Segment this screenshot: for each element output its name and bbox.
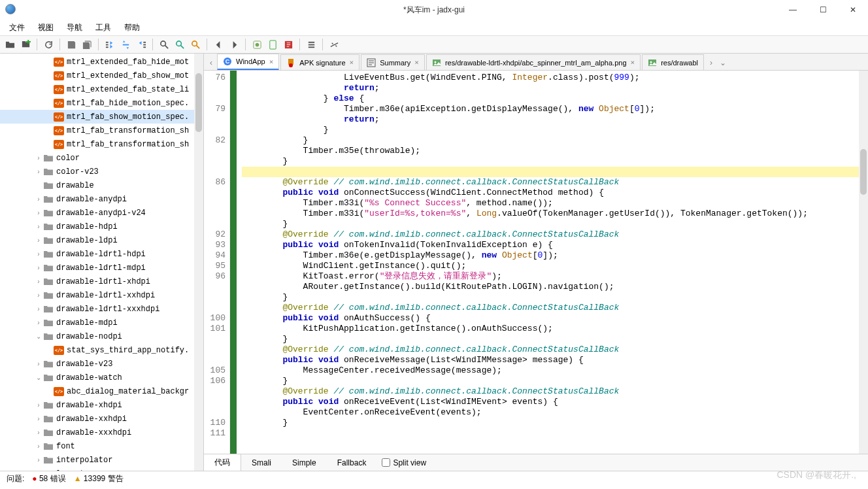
refresh-button[interactable] xyxy=(41,37,56,52)
menu-导航[interactable]: 导航 xyxy=(61,21,88,35)
tree-item[interactable]: ⌄drawable-watch xyxy=(0,371,203,384)
tree-item[interactable]: ›color xyxy=(0,151,203,165)
tree-item[interactable]: ›drawable-v23 xyxy=(0,357,203,371)
menu-button[interactable] xyxy=(304,37,318,52)
editor-tab[interactable]: res/drawable-ldrtl-xhdpi/abc_spinner_mtr… xyxy=(426,54,641,70)
editor-tab[interactable]: Summary× xyxy=(361,54,425,70)
svg-point-6 xyxy=(160,41,165,46)
tree-item[interactable]: </>abc_dialog_material_backgr xyxy=(0,384,203,398)
tree-label: drawable-anydpi xyxy=(56,195,127,204)
back-button[interactable] xyxy=(211,37,225,52)
view-tab-Simple[interactable]: Simple xyxy=(282,454,327,471)
expand-button[interactable] xyxy=(103,37,117,52)
forward-button[interactable] xyxy=(227,37,241,52)
sidebar[interactable]: </>mtrl_extended_fab_hide_mot</>mtrl_ext… xyxy=(0,54,204,471)
folder-icon xyxy=(43,332,54,341)
sync-button[interactable] xyxy=(118,37,133,52)
tree-item[interactable]: ›drawable-ldrtl-mdpi xyxy=(0,261,203,275)
tab-scroll-left[interactable]: ‹ xyxy=(205,56,217,70)
tree-item[interactable]: ›drawable-ldrtl-xhdpi xyxy=(0,275,203,288)
tab-close-icon[interactable]: × xyxy=(414,58,419,67)
save-all-button[interactable] xyxy=(80,37,94,52)
menu-视图[interactable]: 视图 xyxy=(33,21,59,35)
folder-icon xyxy=(43,401,54,410)
tree-item[interactable]: ›layout xyxy=(0,467,203,471)
class-icon: C xyxy=(223,57,232,66)
folder-icon xyxy=(43,305,54,314)
tree-item[interactable]: ›drawable-anydpi xyxy=(0,192,203,206)
tree-label: abc_dialog_material_backgr xyxy=(67,387,189,396)
search-text-button[interactable] xyxy=(188,37,203,52)
tree-item[interactable]: ›drawable-xhdpi xyxy=(0,398,203,412)
view-tab-Smali[interactable]: Smali xyxy=(241,454,282,471)
folder-icon xyxy=(43,469,54,471)
image-icon xyxy=(432,58,441,67)
warning-count[interactable]: ▲ 13399 警告 xyxy=(74,473,124,484)
tree-item[interactable]: </>mtrl_extended_fab_show_mot xyxy=(0,69,203,82)
tree-item[interactable]: ›font xyxy=(0,439,203,453)
quark-button[interactable] xyxy=(265,37,280,52)
tree-item[interactable]: ›color-v23 xyxy=(0,165,203,178)
tree-item[interactable]: </>mtrl_fab_hide_motion_spec. xyxy=(0,96,203,110)
tab-close-icon[interactable]: × xyxy=(631,58,635,67)
tab-label: APK signature xyxy=(299,59,345,67)
deobf-button[interactable] xyxy=(250,37,264,52)
code-editor[interactable]: 76 79 82 86 9293949596 100101 105106 110… xyxy=(204,71,868,454)
tree-label: color-v23 xyxy=(56,167,99,177)
tree-item[interactable]: </>mtrl_fab_transformation_sh xyxy=(0,137,203,151)
folder-icon xyxy=(43,222,54,231)
search-button[interactable] xyxy=(157,37,171,52)
view-tab-代码[interactable]: 代码 xyxy=(204,454,241,471)
tree-item[interactable]: </>mtrl_extended_fab_hide_mot xyxy=(0,55,203,69)
save-button[interactable] xyxy=(64,37,78,52)
tree-item[interactable]: </>mtrl_fab_transformation_sh xyxy=(0,124,203,137)
cert-icon xyxy=(286,58,295,67)
tree-item[interactable]: </>mtrl_extended_fab_state_li xyxy=(0,82,203,96)
tree-item[interactable]: ›drawable-hdpi xyxy=(0,220,203,233)
problems-label: 问题: xyxy=(7,473,24,484)
tree-item[interactable]: ›drawable-mdpi xyxy=(0,316,203,329)
maximize-button[interactable]: ☐ xyxy=(808,0,838,20)
menu-文件[interactable]: 文件 xyxy=(4,21,30,35)
tree-item[interactable]: ›drawable-xxhdpi xyxy=(0,412,203,426)
tab-list-button[interactable]: ⌄ xyxy=(717,56,729,70)
add-file-button[interactable] xyxy=(18,37,33,52)
tab-close-icon[interactable]: × xyxy=(269,58,274,66)
search-class-button[interactable] xyxy=(173,37,187,52)
tree-item[interactable]: ›drawable-xxxhdpi xyxy=(0,426,203,439)
editor-scrollbar[interactable] xyxy=(859,71,868,454)
tree-item[interactable]: </>mtrl_fab_show_motion_spec. xyxy=(0,110,203,124)
tree-item[interactable]: ›drawable-ldrtl-xxxhdpi xyxy=(0,302,203,316)
menu-工具[interactable]: 工具 xyxy=(90,21,116,35)
tree-label: drawable-nodpi xyxy=(56,332,122,341)
log-button[interactable] xyxy=(281,37,295,52)
editor-tab[interactable]: res/drawabl xyxy=(642,54,704,70)
view-tab-Fallback[interactable]: Fallback xyxy=(327,454,377,471)
minimize-button[interactable]: — xyxy=(778,0,808,20)
tree-item[interactable]: ›drawable-ldpi xyxy=(0,233,203,247)
collapse-button[interactable] xyxy=(134,37,148,52)
tree-item[interactable]: drawable xyxy=(0,178,203,192)
editor-tab[interactable]: CWindApp× xyxy=(217,54,279,71)
tree-item[interactable]: ⌄drawable-nodpi xyxy=(0,329,203,343)
tree-item[interactable]: ›interpolator xyxy=(0,453,203,467)
tab-close-icon[interactable]: × xyxy=(350,58,354,67)
editor-tab[interactable]: APK signature× xyxy=(280,54,359,70)
tree-label: drawable-xxhdpi xyxy=(56,414,127,424)
tree-item[interactable]: ›drawable-ldrtl-xxhdpi xyxy=(0,288,203,302)
summary-icon xyxy=(367,58,376,67)
split-view-checkbox[interactable]: Split view xyxy=(382,458,426,467)
svg-rect-11 xyxy=(269,40,275,48)
tree-item[interactable]: ›drawable-anydpi-v24 xyxy=(0,206,203,220)
close-button[interactable]: ✕ xyxy=(838,0,868,20)
sidebar-scrollbar[interactable] xyxy=(194,54,203,471)
tree-label: color xyxy=(56,154,80,163)
open-file-button[interactable] xyxy=(3,37,17,52)
tree-item[interactable]: ›drawable-ldrtl-hdpi xyxy=(0,247,203,261)
tree-item[interactable]: </>stat_sys_third_app_notify. xyxy=(0,343,203,357)
error-count[interactable]: ● 58 错误 xyxy=(32,473,65,484)
settings-button[interactable] xyxy=(327,37,341,52)
app-icon xyxy=(5,4,16,14)
menu-帮助[interactable]: 帮助 xyxy=(119,21,145,35)
tab-scroll-right[interactable]: › xyxy=(705,56,717,70)
